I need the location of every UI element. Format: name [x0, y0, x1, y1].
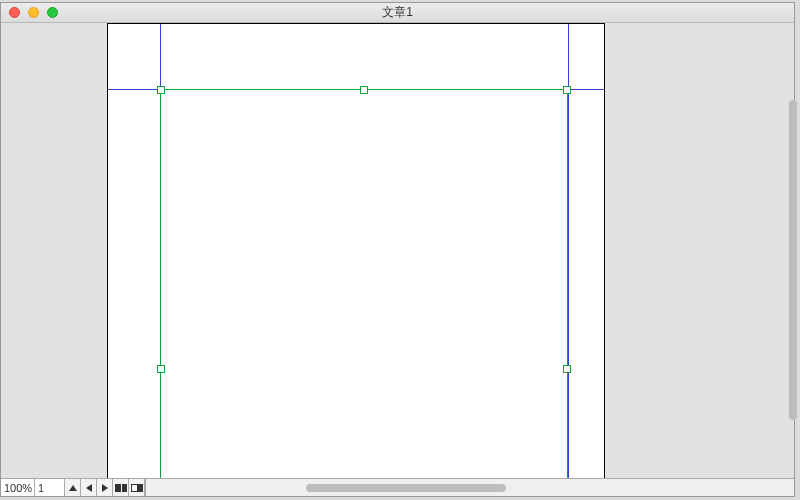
window-controls — [1, 7, 58, 18]
triangle-left-icon — [86, 484, 92, 492]
page-value: 1 — [38, 482, 44, 494]
next-page-button[interactable] — [97, 479, 113, 496]
prev-page-button[interactable] — [81, 479, 97, 496]
titlebar[interactable]: 文章1 — [1, 3, 794, 23]
statusbar: 100% 1 — [1, 478, 794, 496]
zoom-icon[interactable] — [47, 7, 58, 18]
selected-frame[interactable] — [160, 89, 568, 478]
spread-icon — [115, 484, 127, 492]
h-scroll-thumb[interactable] — [306, 484, 506, 492]
handle-mid-left[interactable] — [157, 365, 165, 373]
workspace[interactable] — [1, 23, 794, 478]
handle-top-right[interactable] — [563, 86, 571, 94]
zoom-field[interactable]: 100% — [1, 479, 35, 496]
horizontal-scrollbar[interactable] — [145, 479, 794, 496]
handle-mid-right[interactable] — [563, 365, 571, 373]
page-field[interactable]: 1 — [35, 479, 65, 496]
zoom-value: 100% — [4, 482, 32, 494]
minimize-icon[interactable] — [28, 7, 39, 18]
triangle-right-icon — [102, 484, 108, 492]
half-view-button[interactable] — [129, 479, 145, 496]
page-popup-button[interactable] — [65, 479, 81, 496]
handle-top-center[interactable] — [360, 86, 368, 94]
page-canvas[interactable] — [107, 23, 605, 478]
v-scroll-thumb[interactable] — [789, 100, 797, 420]
window-title: 文章1 — [1, 4, 794, 21]
vertical-scrollbar[interactable] — [786, 0, 800, 500]
triangle-up-icon — [69, 485, 77, 491]
close-icon[interactable] — [9, 7, 20, 18]
half-icon — [131, 484, 143, 492]
spread-view-button[interactable] — [113, 479, 129, 496]
document-window: 文章1 100% 1 — [0, 2, 795, 497]
handle-top-left[interactable] — [157, 86, 165, 94]
